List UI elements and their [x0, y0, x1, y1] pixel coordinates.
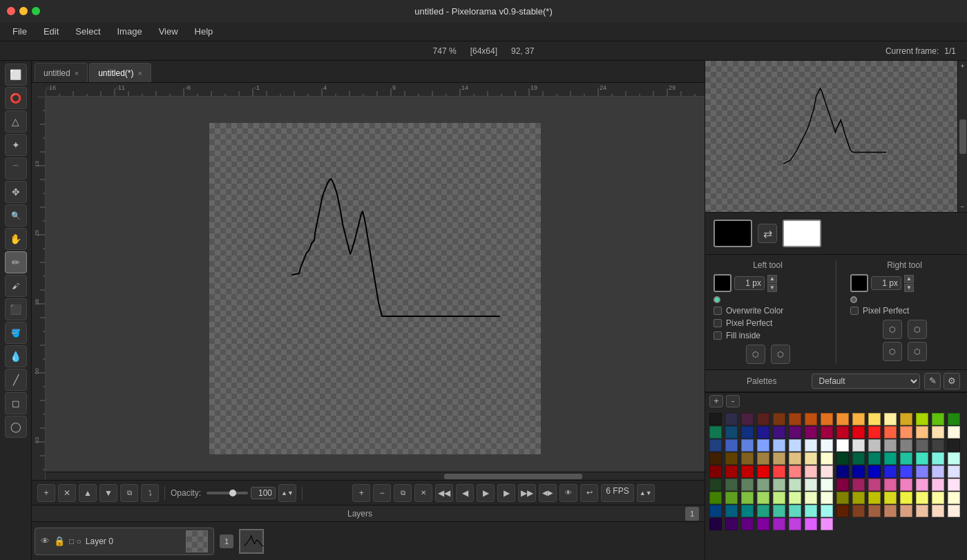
color-cell[interactable] [757, 465, 769, 478]
color-cell[interactable] [884, 479, 897, 491]
tool-eraser[interactable]: ⬛ [5, 298, 27, 320]
color-cell[interactable] [741, 452, 754, 465]
canvas-hscroll[interactable] [46, 472, 705, 480]
color-cell[interactable] [821, 479, 833, 491]
merge-btn[interactable]: ⤵ [141, 484, 159, 502]
color-cell[interactable] [948, 492, 960, 504]
close-btn[interactable] [7, 7, 15, 15]
color-cell[interactable] [836, 426, 849, 438]
color-cell[interactable] [836, 505, 849, 517]
fps-display[interactable]: 6 FPS [601, 484, 633, 502]
menu-help[interactable]: Help [188, 24, 220, 39]
color-cell[interactable] [852, 452, 865, 465]
color-cell[interactable] [725, 479, 738, 491]
color-cell[interactable] [741, 465, 754, 478]
preview-vscroll[interactable]: + − [957, 61, 967, 212]
layer-visibility-icon[interactable]: 👁 [41, 536, 50, 546]
color-cell[interactable] [868, 479, 881, 491]
color-cell[interactable] [932, 479, 944, 491]
color-cell[interactable] [741, 492, 754, 504]
color-cell[interactable] [821, 426, 833, 438]
next-frame-btn[interactable]: ▶ [497, 484, 515, 502]
color-cell[interactable] [900, 505, 912, 517]
color-cell[interactable] [900, 492, 912, 504]
tab-untitled[interactable]: untitled × [35, 63, 88, 82]
color-cell[interactable] [932, 452, 944, 465]
color-cell[interactable] [900, 465, 912, 478]
palette-remove-btn[interactable]: - [726, 395, 740, 407]
color-cell[interactable] [725, 452, 738, 465]
layer-name[interactable]: Layer 0 [86, 537, 113, 546]
onion-btn[interactable]: 👁 [559, 484, 577, 502]
color-cell[interactable] [725, 518, 738, 530]
color-cell[interactable] [916, 439, 928, 452]
tab-close-untitled-modified[interactable]: × [138, 69, 142, 77]
remove-frame-btn[interactable]: − [373, 484, 391, 502]
preview-scroll-track[interactable] [959, 70, 966, 203]
left-size-up[interactable]: ▲ [767, 275, 777, 283]
color-cell[interactable] [868, 465, 881, 478]
color-cell[interactable] [868, 492, 881, 504]
tool-magic-wand[interactable]: ✦ [5, 134, 27, 156]
tool-polygon-select[interactable]: △ [5, 110, 27, 133]
preview-scroll-up[interactable]: + [961, 62, 965, 70]
move-down-btn[interactable]: ▼ [99, 484, 117, 502]
left-tool-radio[interactable] [714, 296, 720, 303]
move-up-btn[interactable]: ▲ [79, 484, 97, 502]
fill-inside-checkbox[interactable] [714, 331, 722, 340]
color-cell[interactable] [948, 426, 960, 438]
color-cell[interactable] [789, 426, 801, 438]
palette-edit-btn[interactable]: ✎ [924, 373, 941, 389]
menu-view[interactable]: View [152, 24, 185, 39]
color-cell[interactable] [741, 439, 754, 452]
color-cell[interactable] [836, 413, 849, 425]
color-cell[interactable] [709, 465, 722, 478]
palette-add-btn[interactable]: + [709, 395, 723, 407]
right-size-up[interactable]: ▲ [904, 275, 914, 283]
color-cell[interactable] [916, 452, 928, 465]
color-cell[interactable] [773, 426, 785, 438]
color-cell[interactable] [852, 413, 865, 425]
play-btn[interactable]: ▶ [477, 484, 495, 502]
color-cell[interactable] [852, 439, 865, 452]
color-cell[interactable] [773, 492, 785, 504]
color-cell[interactable] [852, 492, 865, 504]
color-cell[interactable] [741, 413, 754, 425]
color-cell[interactable] [852, 505, 865, 517]
color-cell[interactable] [805, 505, 817, 517]
color-cell[interactable] [709, 413, 722, 425]
color-cell[interactable] [884, 465, 897, 478]
color-cell[interactable] [757, 505, 769, 517]
left-tool-icon-2[interactable]: ⬡ [771, 345, 790, 364]
tool-zoom[interactable]: 🔍 [5, 204, 27, 226]
color-cell[interactable] [868, 413, 881, 425]
color-cell[interactable] [900, 479, 912, 491]
left-tool-swatch[interactable] [714, 274, 731, 292]
tool-brush[interactable]: 🖌 [5, 275, 27, 297]
tool-pan[interactable]: ✋ [5, 228, 27, 250]
color-cell[interactable] [836, 439, 849, 452]
color-cell[interactable] [773, 465, 785, 478]
color-cell[interactable] [757, 518, 769, 530]
color-cell[interactable] [852, 479, 865, 491]
color-cell[interactable] [868, 452, 881, 465]
opacity-value[interactable]: 100 [251, 487, 276, 499]
color-cell[interactable] [741, 518, 754, 530]
color-cell[interactable] [757, 452, 769, 465]
right-tool-icon-2[interactable]: ⬡ [908, 320, 927, 339]
tab-untitled-modified[interactable]: untitled(*) × [89, 63, 151, 82]
color-cell[interactable] [836, 492, 849, 504]
frame-thumb[interactable] [239, 529, 264, 554]
color-cell[interactable] [916, 413, 928, 425]
color-cell[interactable] [948, 465, 960, 478]
tool-pencil[interactable]: ✏ [5, 251, 27, 273]
color-cell[interactable] [773, 413, 785, 425]
canvas-hscroll-thumb[interactable] [444, 474, 582, 479]
color-cell[interactable] [821, 465, 833, 478]
color-cell[interactable] [821, 439, 833, 452]
next-anim-btn[interactable]: ▶▶ [518, 484, 536, 502]
color-cell[interactable] [725, 439, 738, 452]
preview-scroll-down[interactable]: − [961, 203, 965, 211]
color-cell[interactable] [900, 452, 912, 465]
layer-lock-icon[interactable]: 🔒 [54, 536, 65, 546]
